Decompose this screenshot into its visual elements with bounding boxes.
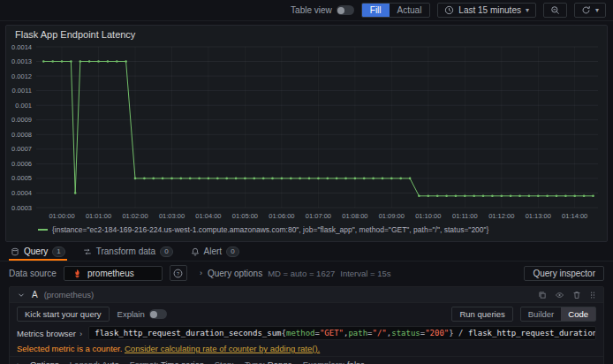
data-point xyxy=(198,178,201,180)
query-token: "GET" xyxy=(320,329,344,337)
option-pair: Format: Time series xyxy=(130,360,204,364)
query-options-footer: › Options Legend: AutoFormat: Time serie… xyxy=(10,356,603,364)
query-row-a: A (prometheus) Kick start your query xyxy=(9,286,604,364)
tab-label: Transform data xyxy=(96,246,155,256)
series-color-mark xyxy=(38,229,48,231)
explain-toggle[interactable] xyxy=(149,309,167,319)
query-inspector-button[interactable]: Query inspector xyxy=(524,266,604,281)
query-datasource-hint: (prometheus) xyxy=(44,290,95,300)
data-point xyxy=(537,195,540,198)
datasource-picker[interactable]: prometheus xyxy=(64,266,163,281)
trash-icon[interactable] xyxy=(572,291,581,300)
y-tick-label: 0.0007 xyxy=(11,145,32,153)
warning-text: Selected metric is a counter. xyxy=(17,344,122,353)
data-point xyxy=(382,178,384,180)
data-point xyxy=(97,60,100,63)
data-point xyxy=(254,178,256,180)
chevron-right-icon[interactable]: › xyxy=(17,360,19,364)
data-point xyxy=(189,178,192,180)
query-options-toggle[interactable]: › Query options MD = auto = 1627 Interva… xyxy=(200,269,391,278)
data-point xyxy=(244,178,246,180)
query-options-pairs: Legend: AutoFormat: Time seriesStep: Typ… xyxy=(70,360,365,364)
y-tick-label: 0.0013 xyxy=(11,57,32,65)
tab-badge: 0 xyxy=(226,246,238,257)
transform-icon xyxy=(83,247,92,256)
actual-button[interactable]: Actual xyxy=(390,4,430,17)
chevron-down-icon[interactable] xyxy=(17,291,26,300)
warning-hint-link[interactable]: Consider calculating rate of counter by … xyxy=(125,344,320,353)
data-point xyxy=(74,192,77,194)
clock-icon xyxy=(444,5,454,15)
y-tick-label: 0.001 xyxy=(15,102,32,110)
data-point xyxy=(308,178,311,180)
x-tick-label: 01:14:00 xyxy=(562,212,587,220)
datasource-help-button[interactable]: ? xyxy=(170,265,187,281)
chevron-right-icon: › xyxy=(79,329,82,338)
query-row-header[interactable]: A (prometheus) xyxy=(10,287,603,303)
data-point xyxy=(116,60,118,63)
data-point xyxy=(216,178,219,180)
tab-badge: 0 xyxy=(160,246,172,257)
x-tick-label: 01:02:00 xyxy=(122,212,148,220)
time-range-picker[interactable]: Last 15 minutes ▾ xyxy=(437,3,536,18)
svg-text:?: ? xyxy=(177,270,179,276)
editor-mode-switch: Builder Code xyxy=(520,307,596,322)
builder-mode-button[interactable]: Builder xyxy=(521,307,562,321)
data-point xyxy=(79,60,82,63)
data-point xyxy=(363,178,366,180)
zoom-out-button[interactable] xyxy=(543,3,567,18)
y-tick-label: 0.0004 xyxy=(11,189,32,197)
run-queries-button[interactable]: Run queries xyxy=(451,307,512,322)
y-tick-label: 0.0012 xyxy=(11,72,32,80)
legend-item[interactable]: {instance="ec2-184-169-216-224.us-west-1… xyxy=(6,225,607,237)
tab-label: Alert xyxy=(204,246,223,256)
data-point xyxy=(70,60,72,63)
drag-handle-icon[interactable] xyxy=(589,291,596,300)
time-range-label: Last 15 minutes xyxy=(458,5,521,15)
data-point xyxy=(235,178,238,180)
data-point xyxy=(428,195,430,198)
query-token: path xyxy=(348,329,367,337)
y-tick-label: 0.0014 xyxy=(11,43,32,51)
metrics-browser-toggle[interactable]: Metrics browser › xyxy=(17,329,82,338)
bell-icon xyxy=(191,247,200,256)
question-circle-icon: ? xyxy=(173,269,183,278)
data-point xyxy=(180,178,183,180)
x-tick-label: 01:10:00 xyxy=(415,212,441,220)
data-point xyxy=(418,195,420,198)
kick-start-query-button[interactable]: Kick start your query xyxy=(17,307,110,322)
tab-alert[interactable]: Alert 0 xyxy=(189,244,241,261)
data-point xyxy=(208,178,210,180)
data-point xyxy=(564,195,567,198)
prometheus-icon xyxy=(72,269,82,278)
editor-topbar: Table view Fill Actual Last 15 minutes ▾… xyxy=(0,0,613,21)
duplicate-icon[interactable] xyxy=(538,291,547,300)
chevron-right-icon: › xyxy=(200,269,202,277)
data-point xyxy=(170,178,173,180)
data-point xyxy=(390,178,393,180)
refresh-button[interactable]: ▾ xyxy=(574,3,606,18)
query-editor-row: Metrics browser › flask_http_request_dur… xyxy=(10,325,603,342)
y-tick-label: 0.0005 xyxy=(11,174,32,182)
options-label: Options xyxy=(30,360,59,364)
table-view-control: Table view xyxy=(291,5,354,15)
code-mode-button[interactable]: Code xyxy=(561,307,595,321)
tab-transform-data[interactable]: Transform data 0 xyxy=(81,244,175,261)
data-point xyxy=(573,195,576,198)
eye-icon[interactable] xyxy=(555,291,564,300)
data-point xyxy=(464,195,466,198)
tab-query[interactable]: Query 1 xyxy=(9,244,67,261)
table-view-toggle[interactable] xyxy=(337,5,354,15)
fill-button[interactable]: Fill xyxy=(362,4,390,17)
data-point xyxy=(372,178,375,180)
data-point xyxy=(61,60,64,63)
data-point xyxy=(482,195,485,198)
query-token: status xyxy=(391,329,420,337)
latency-chart[interactable]: 0.00140.00130.00120.00110.0010.00090.000… xyxy=(6,42,607,225)
data-point xyxy=(225,178,228,180)
data-point xyxy=(262,178,265,180)
query-code[interactable]: flask_http_request_duration_seconds_sum{… xyxy=(88,326,596,340)
x-tick-label: 01:11:00 xyxy=(452,212,478,220)
x-tick-label: 01:04:00 xyxy=(195,212,221,220)
x-tick-label: 01:09:00 xyxy=(379,212,405,220)
